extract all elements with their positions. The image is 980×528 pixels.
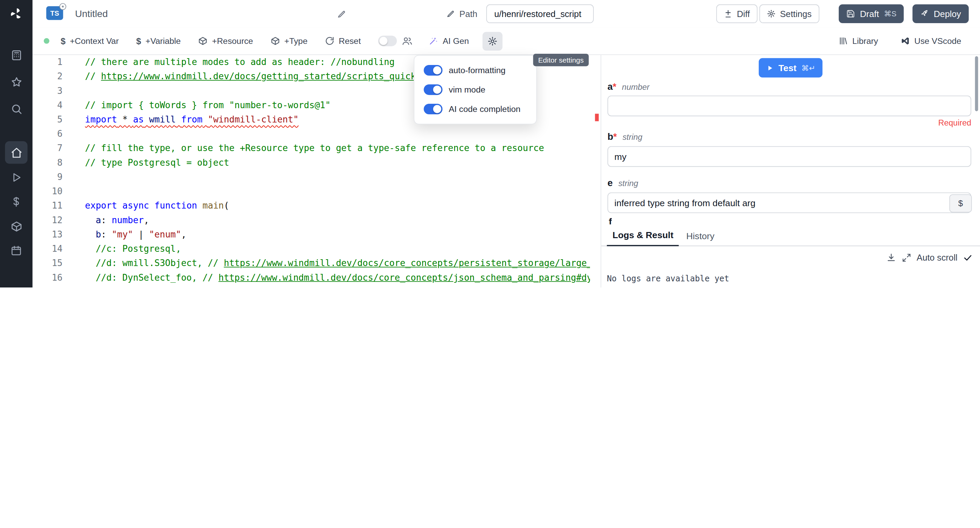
settings-label: Settings bbox=[780, 9, 811, 19]
reset-button[interactable]: Reset bbox=[325, 37, 361, 46]
use-vscode-label: Use VScode bbox=[914, 37, 961, 46]
line-number: 9 bbox=[33, 170, 63, 184]
diff-icon bbox=[724, 10, 733, 18]
test-shortcut: ⌘↵ bbox=[801, 63, 815, 72]
library-button[interactable]: Library bbox=[838, 37, 878, 46]
line-number: 10 bbox=[33, 184, 63, 199]
status-dot bbox=[44, 38, 50, 44]
reset-label: Reset bbox=[339, 37, 361, 46]
line-number-gutter: 1234567891011121314151617181920212223242… bbox=[33, 55, 63, 288]
result-tabs: Logs & Result History bbox=[601, 225, 980, 246]
deploy-label: Deploy bbox=[934, 9, 961, 19]
toggle-switch[interactable] bbox=[424, 104, 442, 114]
variables-dollar-icon[interactable] bbox=[8, 194, 24, 210]
language-settings-dot-icon[interactable] bbox=[59, 3, 66, 10]
draft-label: Draft bbox=[860, 9, 879, 19]
expand-icon[interactable] bbox=[902, 253, 911, 262]
draft-shortcut: ⌘S bbox=[884, 10, 897, 18]
field-b-input[interactable] bbox=[608, 146, 971, 167]
calculator-icon[interactable] bbox=[8, 47, 24, 63]
language-badge[interactable]: TS bbox=[46, 6, 63, 20]
draft-button[interactable]: Draft ⌘S bbox=[839, 5, 904, 23]
line-number: 17 bbox=[33, 285, 63, 288]
code-line[interactable]: // type Postgresql = object bbox=[85, 156, 590, 170]
star-icon[interactable] bbox=[8, 74, 24, 90]
editor-settings-button[interactable] bbox=[483, 32, 503, 50]
multiplayer-toggle[interactable] bbox=[379, 36, 397, 46]
windmill-script-editor: TS Untitled Path u/henri/restored_script… bbox=[0, 0, 980, 288]
code-line[interactable]: // fill the type, or use the +Resource t… bbox=[85, 141, 590, 156]
path-button[interactable]: Path bbox=[440, 5, 484, 23]
library-icon bbox=[838, 37, 848, 46]
test-button[interactable]: Test ⌘↵ bbox=[759, 58, 822, 78]
download-icon[interactable] bbox=[886, 253, 896, 262]
code-line[interactable] bbox=[85, 184, 590, 199]
gear-icon bbox=[488, 36, 498, 46]
add-variable-button[interactable]: $ +Variable bbox=[136, 36, 181, 46]
add-context-var-button[interactable]: $ +Context Var bbox=[60, 36, 119, 46]
field-a-input[interactable] bbox=[608, 95, 971, 116]
field-a-label: a* number bbox=[608, 81, 649, 92]
code-line[interactable]: //c: Postgresql, bbox=[85, 242, 590, 256]
line-number: 7 bbox=[33, 141, 63, 156]
code-line[interactable] bbox=[85, 127, 590, 141]
panel-scrollbar[interactable] bbox=[975, 56, 978, 111]
toggle-switch[interactable] bbox=[424, 84, 442, 95]
runs-play-icon[interactable] bbox=[8, 169, 24, 186]
tab-logs-result[interactable]: Logs & Result bbox=[607, 224, 679, 246]
auto-scroll-label[interactable]: Auto scroll bbox=[917, 253, 958, 262]
code-line[interactable]: //d: wmill.S3Object, // https://www.wind… bbox=[85, 256, 590, 270]
save-icon bbox=[846, 10, 855, 18]
field-e-input[interactable] bbox=[608, 192, 971, 213]
variable-picker-button[interactable]: $ bbox=[950, 194, 972, 212]
path-value[interactable]: u/henri/restored_script bbox=[486, 5, 594, 23]
edit-title-pencil-icon[interactable] bbox=[337, 10, 347, 19]
editor-setting-row: auto-formatting bbox=[414, 60, 536, 80]
gear-icon bbox=[767, 10, 776, 18]
diff-button[interactable]: Diff bbox=[716, 5, 757, 23]
add-type-button[interactable]: +Type bbox=[270, 37, 308, 46]
line-number: 13 bbox=[33, 227, 63, 242]
vscode-icon bbox=[901, 37, 910, 46]
deploy-button[interactable]: Deploy bbox=[913, 5, 969, 23]
code-line[interactable]: e = "inferred type string from default a… bbox=[85, 285, 590, 288]
search-icon[interactable] bbox=[8, 101, 24, 117]
editor-setting-row: vim mode bbox=[414, 80, 536, 99]
package-icon bbox=[270, 37, 280, 46]
add-resource-button[interactable]: +Resource bbox=[198, 37, 253, 46]
line-number: 1 bbox=[33, 55, 63, 69]
check-icon[interactable] bbox=[963, 253, 972, 262]
library-label: Library bbox=[853, 37, 878, 46]
sidebar bbox=[0, 0, 33, 288]
page-title: Untitled bbox=[75, 0, 108, 27]
resources-package-icon[interactable] bbox=[8, 218, 24, 234]
settings-button[interactable]: Settings bbox=[759, 5, 819, 23]
windmill-logo-icon[interactable] bbox=[8, 5, 25, 22]
tab-history[interactable]: History bbox=[681, 226, 720, 246]
users-icon bbox=[402, 36, 413, 46]
ai-gen-button[interactable]: AI Gen bbox=[429, 37, 469, 46]
toggle-switch[interactable] bbox=[424, 65, 442, 76]
magic-wand-icon bbox=[429, 37, 439, 46]
use-vscode-button[interactable]: Use VScode bbox=[901, 37, 961, 46]
logs-empty-message: No logs are available yet bbox=[607, 274, 729, 283]
panel-divider[interactable] bbox=[601, 55, 601, 288]
schedules-calendar-icon[interactable] bbox=[8, 243, 24, 259]
dollar-icon: $ bbox=[60, 36, 65, 46]
ai-gen-label: AI Gen bbox=[443, 37, 469, 46]
editor-setting-row: AI code completion bbox=[414, 99, 536, 119]
editor-settings-popover: auto-formattingvim modeAI code completio… bbox=[414, 55, 537, 124]
field-f-label-partial: f bbox=[609, 216, 612, 224]
code-line[interactable] bbox=[85, 170, 590, 184]
code-line[interactable]: a: number, bbox=[85, 213, 590, 227]
code-line[interactable]: b: "my" | "enum", bbox=[85, 227, 590, 242]
field-a-required: Required bbox=[938, 118, 971, 127]
dollar-icon: $ bbox=[136, 36, 141, 46]
code-line[interactable]: //d: DynSelect_foo, // https://www.windm… bbox=[85, 270, 590, 285]
path-label: Path bbox=[460, 9, 477, 19]
path-group: Path u/henri/restored_script bbox=[440, 5, 593, 23]
home-icon[interactable] bbox=[5, 141, 27, 164]
code-line[interactable]: export async function main( bbox=[85, 199, 590, 213]
add-variable-label: +Variable bbox=[146, 37, 181, 46]
line-number: 6 bbox=[33, 127, 63, 141]
